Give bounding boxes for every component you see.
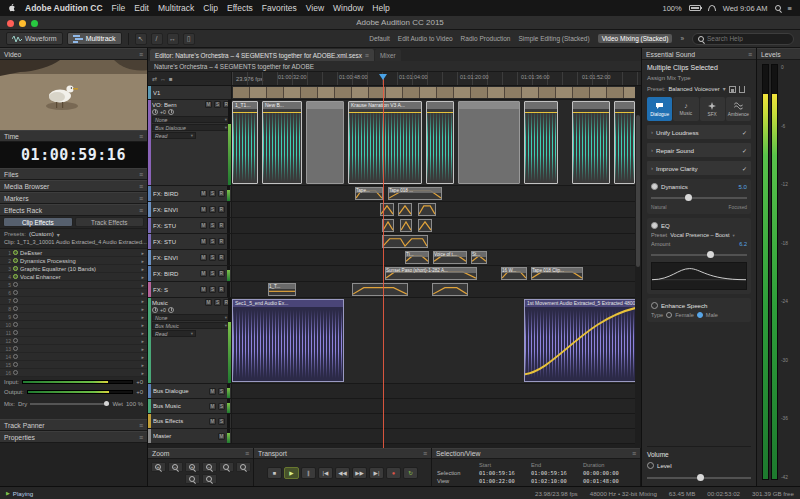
arm-record-button[interactable]: R bbox=[218, 254, 225, 261]
loop-playback-button[interactable]: ↻ bbox=[403, 467, 418, 479]
track-lane[interactable] bbox=[232, 429, 641, 444]
track-header-bus[interactable]: Bus Music M S bbox=[148, 399, 232, 414]
track-input-select[interactable]: None▾ bbox=[152, 314, 230, 321]
workspace-simple-editing[interactable]: Simple Editing (Stacked) bbox=[518, 35, 589, 42]
mute-button[interactable]: M bbox=[200, 190, 207, 197]
preset-select[interactable]: (Custom) bbox=[29, 231, 54, 237]
audio-clip[interactable] bbox=[524, 101, 558, 184]
audio-clip[interactable] bbox=[382, 235, 428, 248]
section-repair-sound[interactable]: ›Repair Sound✓ bbox=[647, 143, 751, 157]
mute-button[interactable]: M bbox=[200, 206, 207, 213]
track-header-master[interactable]: Master M bbox=[148, 429, 232, 444]
transport-panel-tab[interactable]: Transport≡ bbox=[254, 448, 431, 459]
arm-record-button[interactable]: R bbox=[218, 270, 225, 277]
playhead-marker[interactable] bbox=[379, 74, 387, 80]
close-window-button[interactable] bbox=[7, 20, 14, 27]
time-selection-tool-icon[interactable]: ▯ bbox=[183, 33, 195, 45]
track-input-select[interactable]: None▾ bbox=[152, 116, 230, 123]
zoom-out-horizontal-button[interactable]: − bbox=[168, 462, 183, 472]
mute-button[interactable]: M bbox=[209, 388, 216, 395]
menu-item-help[interactable]: Help bbox=[372, 3, 389, 13]
editor-tab[interactable]: Editor: Nature's Orchestra – 4 SEGMENTS … bbox=[150, 49, 374, 61]
delete-preset-icon[interactable] bbox=[739, 86, 745, 93]
effect-slot[interactable]: 4Vocal Enhancer▸ bbox=[0, 273, 147, 281]
track-lane[interactable] bbox=[232, 234, 641, 250]
zoom-to-selection-button[interactable] bbox=[185, 474, 200, 484]
markers-panel-tab[interactable]: Markers≡ bbox=[0, 192, 147, 204]
panel-menu-icon[interactable]: ≡ bbox=[139, 422, 143, 429]
menu-item-clip[interactable]: Clip bbox=[203, 3, 218, 13]
audio-clip[interactable] bbox=[306, 101, 344, 184]
section-improve-clarity[interactable]: ›Improve Clarity✓ bbox=[647, 161, 751, 175]
effect-power-icon[interactable] bbox=[13, 266, 18, 271]
wifi-icon[interactable] bbox=[708, 5, 716, 11]
effect-slot[interactable]: 11▸ bbox=[0, 329, 147, 337]
effect-power-icon[interactable] bbox=[13, 362, 18, 367]
menubar-clock[interactable]: Wed 9:06 AM bbox=[723, 4, 768, 13]
track-lane[interactable] bbox=[232, 399, 641, 414]
audio-clip[interactable]: Krause Narration V3 A... bbox=[348, 101, 422, 184]
music-clip[interactable]: Sec1_5_end Audio Ex... bbox=[232, 299, 344, 382]
music-clip[interactable]: 1st Movement Audio Extracted_5 Extracted… bbox=[524, 299, 636, 382]
tab-clip-effects[interactable]: Clip Effects bbox=[3, 217, 73, 227]
track-header-bus[interactable]: Bus Dialogue M S bbox=[148, 384, 232, 399]
track-lane[interactable]: Ti... Voice of t... St... bbox=[232, 250, 641, 266]
effects-rack-panel-tab[interactable]: Effects Rack≡ bbox=[0, 204, 147, 216]
effect-slot[interactable]: 6▸ bbox=[0, 289, 147, 297]
dynamics-toggle[interactable] bbox=[651, 183, 658, 190]
zoom-window-button[interactable] bbox=[31, 20, 38, 27]
audio-clip[interactable] bbox=[418, 219, 432, 232]
mix-type-music[interactable]: ♪ Music bbox=[673, 97, 698, 121]
audio-clip[interactable]: Tape 018 ... bbox=[388, 187, 442, 200]
mute-button[interactable]: M bbox=[200, 286, 207, 293]
mix-type-sfx[interactable]: SFX bbox=[700, 97, 725, 121]
female-radio[interactable] bbox=[666, 312, 672, 318]
tab-track-effects[interactable]: Track Effects bbox=[75, 217, 145, 227]
essential-preset-select[interactable]: Balanced Voiceover bbox=[668, 86, 719, 92]
menu-item-view[interactable]: View bbox=[306, 3, 324, 13]
effect-slot[interactable]: 13▸ bbox=[0, 345, 147, 353]
audio-clip[interactable]: Tape 018 Clip... bbox=[531, 267, 583, 280]
panel-menu-icon[interactable]: ≡ bbox=[365, 52, 369, 59]
razor-tool-icon[interactable]: / bbox=[151, 33, 163, 45]
track-header[interactable]: FX: STU M S R bbox=[148, 218, 232, 234]
selection-end[interactable]: 01:00:59:16 bbox=[531, 470, 583, 476]
audio-clip[interactable] bbox=[400, 219, 412, 232]
metronome-icon[interactable]: ↔ bbox=[160, 76, 166, 82]
mixer-tab[interactable]: Mixer bbox=[375, 49, 401, 61]
effect-power-icon[interactable] bbox=[13, 346, 18, 351]
effect-power-icon[interactable] bbox=[13, 250, 18, 255]
solo-button[interactable]: S bbox=[209, 254, 216, 261]
files-panel-tab[interactable]: Files≡ bbox=[0, 168, 147, 180]
stop-button[interactable]: ■ bbox=[267, 467, 282, 479]
track-header[interactable]: FX: ENVI M S R bbox=[148, 202, 232, 218]
move-tool-icon[interactable]: ↖ bbox=[135, 33, 147, 45]
effect-power-icon[interactable] bbox=[13, 370, 18, 375]
preset-caret-icon[interactable]: ▾ bbox=[57, 231, 60, 238]
panel-menu-icon[interactable]: ≡ bbox=[139, 183, 143, 190]
eq-curve-graph[interactable] bbox=[651, 262, 747, 290]
solo-button[interactable]: S bbox=[214, 299, 221, 306]
input-gain-value[interactable]: +0 bbox=[136, 379, 143, 385]
view-end[interactable]: 01:02:10:00 bbox=[531, 478, 583, 484]
volume-knob[interactable] bbox=[152, 307, 158, 313]
track-output-select[interactable]: Bus Music▾ bbox=[152, 322, 230, 329]
automation-mode-select[interactable]: Read▾ bbox=[152, 132, 196, 139]
menu-item-window[interactable]: Window bbox=[333, 3, 363, 13]
pan-knob[interactable] bbox=[168, 307, 174, 313]
mute-button[interactable]: M bbox=[200, 238, 207, 245]
audio-clip[interactable]: Sunset Paso (short)-1-282 A... bbox=[385, 267, 477, 280]
menu-item-appname[interactable]: Adobe Audition CC bbox=[25, 3, 103, 13]
automation-mode-select[interactable]: Read▾ bbox=[152, 330, 196, 337]
video-track-header[interactable]: V1 bbox=[148, 86, 232, 100]
mute-button[interactable]: M bbox=[205, 299, 212, 306]
arm-record-button[interactable]: R bbox=[218, 222, 225, 229]
effect-power-icon[interactable] bbox=[13, 322, 18, 327]
volume-knob[interactable] bbox=[152, 109, 158, 115]
effect-power-icon[interactable] bbox=[13, 282, 18, 287]
track-header[interactable]: FX: ENVI M S R bbox=[148, 250, 232, 266]
search-input[interactable] bbox=[707, 35, 788, 42]
mute-button[interactable]: M bbox=[200, 222, 207, 229]
media-browser-panel-tab[interactable]: Media Browser≡ bbox=[0, 180, 147, 192]
ruler-ticks[interactable]: 01:00:32:00 01:00:48:00 01:01:04:00 01:0… bbox=[232, 72, 641, 85]
